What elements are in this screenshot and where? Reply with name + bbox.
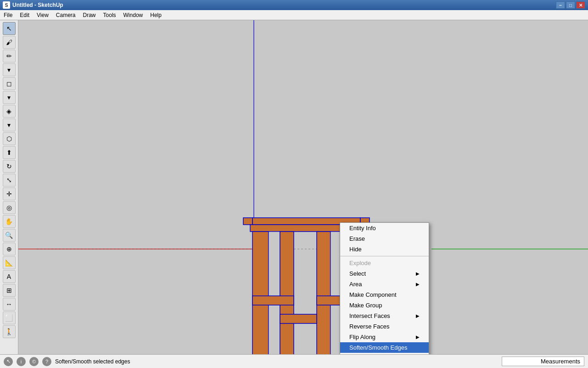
status-icon-info[interactable]: i: [17, 357, 26, 366]
context-menu-item-intersect-faces[interactable]: Intersect Faces▶: [340, 311, 429, 321]
context-menu-item-reverse-faces[interactable]: Reverse Faces: [340, 321, 429, 332]
context-menu-label-entity-info: Entity Info: [349, 225, 376, 232]
context-menu-item-select[interactable]: Select▶: [340, 268, 429, 279]
context-menu-label-erase: Erase: [349, 235, 365, 242]
context-menu-label-hide: Hide: [349, 246, 362, 253]
model-svg: [18, 20, 588, 354]
tool-pan[interactable]: ✋: [3, 215, 16, 228]
status-text: Soften/Smooth selected edges: [55, 358, 130, 365]
window-controls: – □ ✕: [556, 1, 585, 9]
svg-marker-10: [280, 232, 294, 354]
context-menu-label-reverse-faces: Reverse Faces: [349, 323, 389, 330]
tool-tape[interactable]: 📐: [3, 256, 16, 269]
status-left: ↖ i © ? Soften/Smooth selected edges: [4, 357, 130, 366]
context-menu-item-area[interactable]: Area▶: [340, 279, 429, 289]
status-bar: ↖ i © ? Soften/Smooth selected edges Mea…: [0, 354, 588, 368]
context-menu-label-make-component: Make Component: [349, 291, 397, 298]
svg-marker-5: [243, 218, 252, 225]
maximize-button[interactable]: □: [566, 1, 575, 9]
context-menu-separator: [340, 256, 429, 256]
svg-marker-11: [317, 232, 330, 354]
tool-text[interactable]: A: [3, 270, 16, 283]
tool-zoom2[interactable]: ⊕: [3, 243, 16, 255]
tool-arrow-down-2[interactable]: ▾: [3, 91, 16, 104]
tool-dims[interactable]: ↔: [3, 298, 16, 311]
menu-item-file[interactable]: File: [0, 11, 16, 19]
tool-section[interactable]: ⬜: [3, 311, 16, 324]
main-area: ↖🖌✏▾◻▾◈▾⬡⬆↻⤡✛◎✋🔍⊕📐A⊞↔⬜🚶: [0, 20, 588, 354]
measurements-box: Measurements: [502, 357, 584, 366]
context-menu-label-make-group: Make Group: [349, 302, 382, 309]
tool-walkthrough[interactable]: 🚶: [3, 325, 16, 338]
menu-item-tools[interactable]: Tools: [100, 11, 120, 19]
context-menu-label-explode: Explode: [349, 260, 371, 266]
app-icon: S: [3, 1, 10, 9]
left-toolbar: ↖🖌✏▾◻▾◈▾⬡⬆↻⤡✛◎✋🔍⊕📐A⊞↔⬜🚶: [0, 20, 18, 354]
tool-zoom[interactable]: 🔍: [3, 229, 16, 242]
tool-paint2[interactable]: ◈: [3, 105, 16, 118]
tool-orbit[interactable]: ◎: [3, 201, 16, 214]
submenu-arrow-icon: ▶: [416, 334, 420, 340]
menu-item-help[interactable]: Help: [146, 11, 165, 19]
submenu-arrow-icon: ▶: [416, 282, 420, 287]
tool-select[interactable]: ↖: [3, 22, 16, 35]
tool-move[interactable]: ✛: [3, 187, 16, 200]
tool-paint[interactable]: 🖌: [3, 36, 16, 49]
menu-item-camera[interactable]: Camera: [52, 11, 79, 19]
context-menu-item-erase[interactable]: Erase: [340, 233, 429, 244]
tool-push-pull[interactable]: ⬆: [3, 146, 16, 159]
menu-item-window[interactable]: Window: [120, 11, 147, 19]
submenu-arrow-icon: ▶: [416, 313, 420, 318]
svg-marker-8: [252, 232, 269, 354]
context-menu-item-explode: Explode: [340, 258, 429, 268]
tool-pencil[interactable]: ✏: [3, 50, 16, 62]
tool-shape[interactable]: ⬡: [3, 132, 16, 145]
status-icon-copyright[interactable]: ©: [29, 357, 39, 366]
menu-item-edit[interactable]: Edit: [16, 11, 33, 19]
menu-item-draw[interactable]: Draw: [79, 11, 100, 19]
tool-arrow-down-1[interactable]: ▾: [3, 63, 16, 76]
menu-item-view[interactable]: View: [33, 11, 52, 19]
context-menu-label-flip-along: Flip Along: [349, 334, 375, 340]
context-menu-label-select: Select: [349, 270, 366, 277]
svg-marker-9: [269, 232, 280, 354]
context-menu-label-area: Area: [349, 281, 362, 288]
context-menu-label-soften-smooth-edges: Soften/Smooth Edges: [349, 344, 407, 351]
svg-marker-14: [252, 296, 294, 305]
status-icon-help[interactable]: ?: [42, 357, 51, 366]
tool-rotate[interactable]: ↻: [3, 160, 16, 173]
tool-arrow-down-3[interactable]: ▾: [3, 119, 16, 131]
context-menu-label-intersect-faces: Intersect Faces: [349, 312, 390, 319]
tool-scale[interactable]: ⤡: [3, 174, 16, 187]
context-menu-item-zoom-selection[interactable]: Zoom Selection: [340, 353, 429, 354]
context-menu-item-flip-along[interactable]: Flip Along▶: [340, 332, 429, 342]
tool-eraser[interactable]: ◻: [3, 77, 16, 90]
title-bar: S Untitled - SketchUp – □ ✕: [0, 0, 588, 10]
menu-bar: FileEditViewCameraDrawToolsWindowHelp: [0, 10, 588, 20]
svg-marker-18: [280, 314, 317, 323]
context-menu-item-make-component[interactable]: Make Component: [340, 289, 429, 300]
close-button[interactable]: ✕: [576, 1, 585, 9]
window-title: Untitled - SketchUp: [12, 2, 556, 8]
context-menu-item-entity-info[interactable]: Entity Info: [340, 223, 429, 233]
context-menu-item-make-group[interactable]: Make Group: [340, 300, 429, 311]
status-icon-arrow[interactable]: ↖: [4, 357, 13, 366]
canvas-area: Entity InfoEraseHideExplodeSelect▶Area▶M…: [18, 20, 588, 354]
tool-axes[interactable]: ⊞: [3, 284, 16, 297]
context-menu-item-hide[interactable]: Hide: [340, 244, 429, 255]
context-menu-item-soften-smooth-edges[interactable]: Soften/Smooth Edges: [340, 342, 429, 353]
minimize-button[interactable]: –: [556, 1, 565, 9]
context-menu: Entity InfoEraseHideExplodeSelect▶Area▶M…: [340, 222, 429, 354]
submenu-arrow-icon: ▶: [416, 271, 420, 276]
measurements-label: Measurements: [541, 358, 580, 365]
